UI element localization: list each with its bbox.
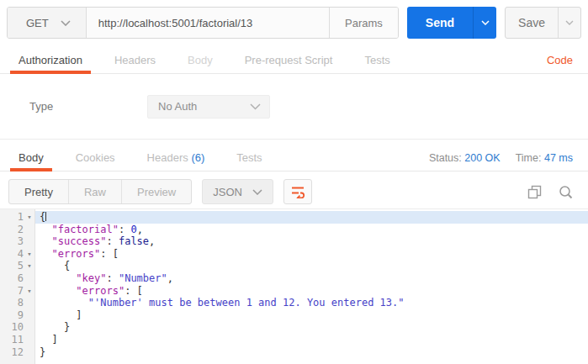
auth-type-value: No Auth: [158, 100, 197, 113]
request-bar: GET Params Send Save: [7, 7, 581, 39]
code-line-text: "factorial": 0,: [35, 224, 588, 236]
response-body-editor[interactable]: 1▾{2 "factorial": 0,3 "success": false,4…: [0, 208, 588, 364]
line-number: 1: [5, 211, 24, 224]
code-line-text: "errors": [: [35, 285, 588, 298]
code-line: 2 "factorial": 0,: [0, 224, 588, 236]
code-line-text: "success": false,: [35, 235, 588, 248]
code-line-text: }: [35, 346, 588, 359]
code-line: 5▾ {: [0, 260, 588, 272]
chevron-down-icon: [252, 189, 262, 195]
code-line: 1▾{: [0, 211, 588, 224]
url-input[interactable]: [87, 8, 329, 38]
code-line: 4▾ "errors": [: [0, 248, 588, 261]
line-number: 12: [5, 346, 24, 359]
time-value: 47 ms: [544, 152, 573, 164]
code-line: 12}: [0, 346, 588, 359]
line-number: 8: [5, 297, 24, 309]
tab-response-tests[interactable]: Tests: [228, 145, 270, 171]
tab-response-headers[interactable]: Headers (6): [139, 145, 214, 171]
time-label: Time:: [516, 152, 542, 164]
status-label: Status:: [429, 152, 462, 164]
line-number: 3: [5, 235, 24, 248]
raw-mode-button[interactable]: Raw: [68, 180, 121, 203]
tab-response-cookies[interactable]: Cookies: [67, 145, 124, 171]
wrap-text-icon: [290, 185, 305, 198]
code-line-text: ]: [35, 309, 588, 322]
language-value: JSON: [213, 186, 242, 198]
chevron-down-icon: [250, 103, 261, 110]
line-number: 7: [5, 285, 24, 298]
save-button-group: Save: [505, 7, 581, 39]
send-button-group: Send: [407, 7, 496, 39]
tab-authorization[interactable]: Authorization: [10, 47, 91, 73]
code-line-text: {: [35, 211, 588, 224]
code-line: 6 "key": "Number",: [0, 272, 588, 285]
code-line-text: "key": "Number",: [35, 272, 588, 285]
chevron-down-icon: [61, 20, 71, 26]
fold-arrow-icon[interactable]: ▾: [24, 285, 35, 298]
copy-icon: [527, 185, 542, 199]
code-line: 3 "success": false,: [0, 235, 588, 248]
line-number: 6: [5, 272, 24, 285]
line-number: 11: [5, 334, 24, 346]
fold-arrow-icon[interactable]: ▾: [24, 248, 35, 261]
code-line-text: "errors": [: [35, 248, 588, 261]
view-mode-group: Pretty Raw Preview: [8, 179, 192, 204]
request-tabs: Authorization Headers Body Pre-request S…: [0, 47, 588, 74]
line-number: 9: [5, 309, 24, 322]
code-line: 8 "'Number' must be between 1 and 12. Yo…: [0, 297, 588, 309]
status-value: 200 OK: [464, 152, 500, 164]
code-line: 11 ]: [0, 334, 588, 346]
tab-headers[interactable]: Headers: [106, 47, 164, 73]
code-lines: 1▾{2 "factorial": 0,3 "success": false,4…: [0, 209, 588, 358]
line-number: 2: [5, 224, 24, 236]
send-options-button[interactable]: [473, 7, 496, 39]
response-headers-label: Headers: [147, 151, 188, 164]
wrap-text-button[interactable]: [283, 179, 312, 204]
fold-arrow-icon[interactable]: ▾: [24, 260, 35, 272]
line-number: 4: [5, 248, 24, 261]
pretty-mode-button[interactable]: Pretty: [9, 180, 68, 203]
language-selector[interactable]: JSON: [202, 179, 273, 204]
tab-pre-request-script[interactable]: Pre-request Script: [236, 47, 342, 73]
save-button[interactable]: Save: [506, 8, 558, 38]
auth-type-label: Type: [29, 100, 147, 113]
copy-response-button[interactable]: [527, 185, 542, 199]
time-badge: Time: 47 ms: [516, 152, 573, 164]
send-button[interactable]: Send: [407, 7, 473, 39]
search-response-button[interactable]: [559, 185, 573, 199]
method-label: GET: [26, 17, 49, 29]
postman-window: GET Params Send Save: [0, 0, 588, 364]
chevron-down-icon: [565, 20, 574, 25]
response-tabs: Body Cookies Headers (6) Tests Status: 2…: [0, 145, 588, 171]
code-line: 7▾ "errors": [: [0, 285, 588, 298]
code-link[interactable]: Code: [547, 54, 573, 66]
code-line-text: {: [35, 260, 588, 272]
tab-body[interactable]: Body: [179, 47, 221, 73]
code-line-text: }: [35, 321, 588, 334]
url-group: GET Params: [7, 7, 399, 39]
params-label: Params: [345, 17, 383, 29]
preview-mode-button[interactable]: Preview: [121, 180, 191, 203]
text-cursor: [45, 212, 46, 221]
line-number: 5: [5, 260, 24, 272]
auth-type-selector[interactable]: No Auth: [147, 95, 270, 119]
code-line: 10 }: [0, 321, 588, 334]
response-headers-count: (6): [191, 151, 204, 164]
chevron-down-icon: [481, 20, 490, 25]
line-number: 10: [5, 321, 24, 334]
status-badge: Status: 200 OK: [429, 152, 501, 164]
code-line-text: ]: [35, 334, 588, 346]
code-line-text: "'Number' must be between 1 and 12. You …: [35, 297, 588, 309]
params-button[interactable]: Params: [329, 8, 398, 38]
search-icon: [559, 185, 573, 199]
response-viewer-toolbar: Pretty Raw Preview JSON: [8, 178, 580, 205]
tab-tests[interactable]: Tests: [356, 47, 398, 73]
method-selector[interactable]: GET: [8, 8, 87, 38]
save-options-button[interactable]: [558, 8, 580, 38]
tab-response-body[interactable]: Body: [10, 145, 52, 171]
fold-arrow-icon[interactable]: ▾: [24, 211, 35, 224]
authorization-panel: Type No Auth: [0, 74, 588, 140]
code-line: 9 ]: [0, 309, 588, 322]
